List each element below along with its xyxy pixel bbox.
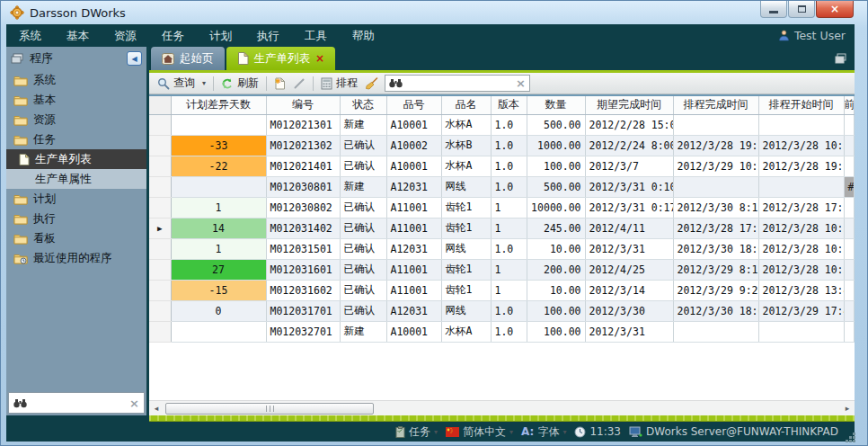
restore-button[interactable] xyxy=(788,1,815,18)
column-header-version[interactable]: 版本 xyxy=(491,96,527,114)
cell-diff[interactable]: -33 xyxy=(171,135,266,156)
cell-qty[interactable]: 1000.00 xyxy=(527,135,585,156)
cell-item_no[interactable]: A10001 xyxy=(386,114,441,135)
cell-status[interactable]: 已确认 xyxy=(340,259,386,280)
tab-close-icon[interactable]: × xyxy=(315,52,324,65)
cell-qty[interactable]: 10.00 xyxy=(527,280,585,300)
cell-sched_start[interactable] xyxy=(758,321,844,342)
cell-code[interactable]: M012021301 xyxy=(266,114,340,135)
cell-expect[interactable]: 2012/3/14 xyxy=(585,280,673,300)
sidebar-item-2[interactable]: 资源 xyxy=(6,110,146,129)
cell-expect[interactable]: 2012/4/25 xyxy=(585,259,673,280)
sidebar-search-input[interactable] xyxy=(31,397,126,409)
cell-diff[interactable]: -22 xyxy=(171,156,266,176)
cell-qty[interactable]: 100.00 xyxy=(527,300,585,321)
edit-button[interactable] xyxy=(289,75,309,93)
cell-item_no[interactable]: A10002 xyxy=(386,135,441,156)
cell-sched_end[interactable]: 2012/3/29 10:20 xyxy=(673,156,758,176)
table-row[interactable]: M012030801新建A12031网线1.0500.002012/3/31 0… xyxy=(149,176,855,197)
table-row[interactable]: M012021301新建A10001水杯A1.0500.002012/2/28 … xyxy=(149,114,855,135)
cell-diff[interactable] xyxy=(171,114,266,135)
menu-item-6[interactable]: 工具 xyxy=(292,24,340,47)
sidebar-item-5[interactable]: 生产单属性 xyxy=(6,169,146,189)
table-row[interactable]: -33M012021302已确认A10002水杯B1.01000.002012/… xyxy=(149,135,855,156)
clean-button[interactable] xyxy=(361,75,382,93)
cell-sched_end[interactable]: 2012/3/29 8:15 xyxy=(673,259,758,280)
cell-expect[interactable]: 2012/3/31 0:10 xyxy=(585,176,673,197)
menu-item-2[interactable]: 资源 xyxy=(102,24,149,47)
cell-qty[interactable]: 500.00 xyxy=(527,176,585,197)
schedule-button[interactable]: 排程 xyxy=(317,75,361,93)
cell-diff[interactable]: 1 xyxy=(171,197,266,218)
cell-qty[interactable]: 100.00 xyxy=(527,321,585,342)
cell-code[interactable]: M012030801 xyxy=(266,176,340,197)
sidebar-item-4[interactable]: 生产单列表 xyxy=(6,149,146,169)
sidebar-collapse-button[interactable]: ◀ xyxy=(127,51,142,66)
tab-production-order-list[interactable]: 生产单列表 × xyxy=(226,47,336,70)
sidebar-item-9[interactable]: 最近使用的程序 xyxy=(6,248,146,268)
sidebar-search-clear-icon[interactable]: × xyxy=(129,397,139,410)
cell-qty[interactable]: 10000.00 xyxy=(527,197,585,218)
cell-qty[interactable]: 200.00 xyxy=(527,259,585,280)
cell-sched_end[interactable] xyxy=(673,176,758,197)
minimize-button[interactable] xyxy=(760,1,787,18)
cell-status[interactable]: 新建 xyxy=(340,321,386,342)
window-list-icon[interactable] xyxy=(834,53,847,64)
cell-sched_start[interactable] xyxy=(758,114,844,135)
menu-item-5[interactable]: 执行 xyxy=(244,24,292,47)
cell-sched_start[interactable]: 2012/3/28 10:52 xyxy=(758,238,844,259)
cell-version[interactable]: 1.0 xyxy=(491,321,527,342)
cell-code[interactable]: M012031701 xyxy=(266,300,340,321)
scrollbar-thumb[interactable] xyxy=(165,403,374,415)
cell-expect[interactable]: 2012/2/24 8:00 xyxy=(585,135,673,156)
table-row[interactable]: 27M012031601已确认A11001齿轮11200.002012/4/25… xyxy=(149,259,855,280)
cell-status[interactable]: 已确认 xyxy=(340,197,386,218)
sidebar-item-3[interactable]: 任务 xyxy=(6,129,146,149)
cell-sched_end[interactable]: 2012/3/28 17:13 xyxy=(673,218,758,238)
cell-item_name[interactable]: 水杯A xyxy=(441,156,491,176)
cell-status[interactable]: 新建 xyxy=(340,176,386,197)
column-header-item_no[interactable]: 品号 xyxy=(386,96,441,114)
cell-sched_start[interactable]: 2012/3/28 17:13 xyxy=(758,197,844,218)
table-row[interactable]: 1M012030802已确认A11001齿轮1110000.002012/3/3… xyxy=(149,197,855,218)
cell-version[interactable]: 1.0 xyxy=(491,300,527,321)
cell-diff[interactable]: 0 xyxy=(171,300,266,321)
cell-item_name[interactable]: 水杯A xyxy=(441,114,491,135)
row-selector[interactable] xyxy=(149,321,171,342)
row-selector[interactable] xyxy=(149,280,171,300)
cell-version[interactable]: 1 xyxy=(491,197,527,218)
server-status[interactable]: DWorks Server@FUNWAY-THINKPAD xyxy=(629,425,838,438)
cell-sched_start[interactable] xyxy=(758,176,844,197)
cell-qty[interactable]: 500.00 xyxy=(527,114,585,135)
cell-item_name[interactable]: 水杯B xyxy=(441,135,491,156)
row-selector[interactable] xyxy=(149,114,171,135)
cell-expect[interactable]: 2012/4/11 xyxy=(585,218,673,238)
cell-item_no[interactable]: A11001 xyxy=(386,280,441,300)
cell-expect[interactable]: 2012/3/7 xyxy=(585,156,673,176)
cell-sched_start[interactable]: 2012/3/28 13:40 xyxy=(758,280,844,300)
cell-sched_end[interactable]: 2012/3/28 19:10 xyxy=(673,135,758,156)
cell-code[interactable]: M012031501 xyxy=(266,238,340,259)
cell-item_no[interactable]: A12031 xyxy=(386,238,441,259)
cell-item_name[interactable]: 网线 xyxy=(441,300,491,321)
cell-sched_start[interactable]: 2012/3/29 17:46 xyxy=(758,300,844,321)
cell-item_name[interactable]: 水杯A xyxy=(441,321,491,342)
menu-item-4[interactable]: 计划 xyxy=(197,24,244,47)
cell-item_name[interactable]: 网线 xyxy=(441,238,491,259)
cell-code[interactable]: M012031402 xyxy=(266,218,340,238)
cell-sched_start[interactable]: 2012/3/28 10:52 xyxy=(758,259,844,280)
cell-item_name[interactable]: 网线 xyxy=(441,176,491,197)
cell-item_no[interactable]: A10001 xyxy=(386,156,441,176)
column-header-code[interactable]: 编号 xyxy=(266,96,340,114)
tab-start-page[interactable]: 起始页 xyxy=(151,47,225,70)
cell-version[interactable]: 1 xyxy=(491,259,527,280)
query-button[interactable]: 查询 xyxy=(154,75,199,93)
cell-status[interactable]: 新建 xyxy=(340,114,386,135)
toolbar-search-clear-icon[interactable]: × xyxy=(516,76,526,90)
cell-version[interactable]: 1.0 xyxy=(491,238,527,259)
cell-item_no[interactable]: A11001 xyxy=(386,218,441,238)
cell-code[interactable]: M012032701 xyxy=(266,321,340,342)
cell-version[interactable]: 1.0 xyxy=(491,176,527,197)
column-header-qty[interactable]: 数量 xyxy=(527,96,585,114)
column-header-status[interactable]: 状态 xyxy=(340,96,386,114)
